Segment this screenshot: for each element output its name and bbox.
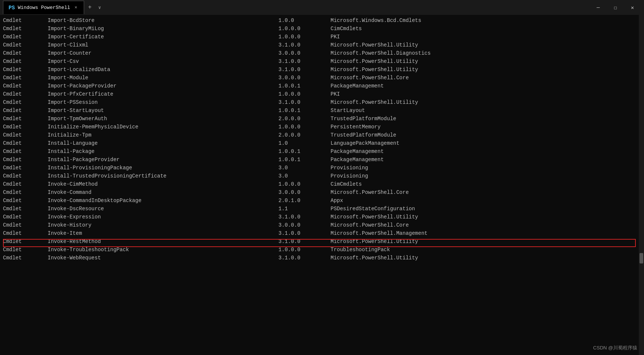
table-row: CmdletInstall-PackageProvider1.0.0.1Pack… <box>3 156 641 164</box>
table-row: CmdletInvoke-Item3.1.0.0Microsoft.PowerS… <box>3 229 641 237</box>
table-row: CmdletImport-Counter3.0.0.0Microsoft.Pow… <box>3 49 641 57</box>
table-row: CmdletInvoke-CimMethod1.0.0.0CimCmdlets <box>3 180 641 188</box>
scrollbar-thumb[interactable] <box>640 253 643 263</box>
table-row: CmdletImport-PfxCertificate1.0.0.0PKI <box>3 90 641 98</box>
table-row: CmdletInvoke-History3.0.0.0Microsoft.Pow… <box>3 221 641 229</box>
table-row: CmdletInvoke-RestMethod3.1.0.0Microsoft.… <box>3 237 641 246</box>
table-row: CmdletInstall-ProvisioningPackage3.0Prov… <box>3 164 641 172</box>
table-row: CmdletImport-BinaryMiLog1.0.0.0CimCmdlet… <box>3 25 641 33</box>
table-row: CmdletInvoke-WebRequest3.1.0.0Microsoft.… <box>3 254 641 262</box>
table-row: CmdletImport-BcdStore1.0.0Microsoft.Wind… <box>3 16 641 25</box>
table-row: CmdletInvoke-DscResource1.1PSDesiredStat… <box>3 205 641 213</box>
tab-area: PS Windows PowerShell × + ∨ <box>3 1 590 14</box>
table-row: CmdletImport-PackageProvider1.0.0.1Packa… <box>3 82 641 90</box>
close-tab-button[interactable]: × <box>73 4 79 11</box>
command-table: CmdletImport-BcdStore1.0.0Microsoft.Wind… <box>3 16 641 262</box>
tab-label: Windows PowerShell <box>18 5 70 10</box>
table-row: CmdletImport-TpmOwnerAuth2.0.0.0TrustedP… <box>3 115 641 123</box>
table-row: CmdletImport-Clixml3.1.0.0Microsoft.Powe… <box>3 41 641 49</box>
table-row: CmdletImport-Module3.0.0.0Microsoft.Powe… <box>3 74 641 82</box>
terminal-area: CmdletImport-BcdStore1.0.0Microsoft.Wind… <box>0 15 644 355</box>
table-row: CmdletInstall-Language1.0LanguagePackMan… <box>3 139 641 147</box>
table-row: CmdletImport-Csv3.1.0.0Microsoft.PowerSh… <box>3 57 641 65</box>
table-row: CmdletImport-StartLayout1.0.0.1StartLayo… <box>3 106 641 115</box>
minimize-button[interactable]: — <box>590 1 607 13</box>
terminal-content: CmdletImport-BcdStore1.0.0Microsoft.Wind… <box>3 16 641 262</box>
maximize-button[interactable]: ☐ <box>607 1 624 13</box>
powershell-icon: PS <box>9 5 15 11</box>
table-row: CmdletInstall-Package1.0.0.1PackageManag… <box>3 147 641 156</box>
table-row: CmdletInvoke-Expression3.1.0.0Microsoft.… <box>3 213 641 221</box>
window-controls: — ☐ ✕ <box>590 1 641 13</box>
table-row: CmdletInitialize-PmemPhysicalDevice1.0.0… <box>3 123 641 131</box>
table-row: CmdletInitialize-Tpm2.0.0.0TrustedPlatfo… <box>3 131 641 139</box>
title-bar: PS Windows PowerShell × + ∨ — ☐ ✕ <box>0 0 644 15</box>
active-tab[interactable]: PS Windows PowerShell × <box>3 1 84 14</box>
watermark: CSDN @川蜀程序猿 <box>593 345 637 351</box>
table-row: CmdletImport-Certificate1.0.0.0PKI <box>3 33 641 41</box>
table-row: CmdletImport-LocalizedData3.1.0.0Microso… <box>3 65 641 74</box>
table-row: CmdletInvoke-TroubleshootingPack1.0.0.0T… <box>3 246 641 254</box>
table-row: CmdletInvoke-Command3.0.0.0Microsoft.Pow… <box>3 188 641 196</box>
table-row: CmdletImport-PSSession3.1.0.0Microsoft.P… <box>3 98 641 106</box>
table-row: CmdletInstall-TrustedProvisioningCertifi… <box>3 172 641 180</box>
scrollbar[interactable] <box>639 15 644 355</box>
close-window-button[interactable]: ✕ <box>624 1 641 13</box>
add-tab-button[interactable]: + <box>84 3 95 12</box>
table-row: CmdletInvoke-CommandInDesktopPackage2.0.… <box>3 196 641 205</box>
tab-dropdown-button[interactable]: ∨ <box>95 3 104 12</box>
